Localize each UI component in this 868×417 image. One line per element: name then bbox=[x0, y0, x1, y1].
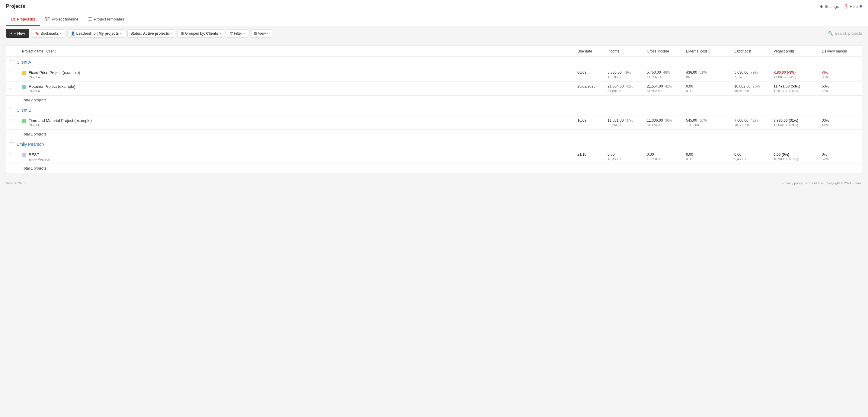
income-0-1: 21,554.00 42% 51,892.80 bbox=[608, 84, 647, 93]
workspace-selector[interactable]: 👤 Leadership | My projects ▾ bbox=[67, 29, 125, 38]
row-check-0-0 bbox=[10, 70, 22, 75]
project-name-text-2-0[interactable]: REST bbox=[29, 152, 50, 157]
notification-dot bbox=[860, 5, 862, 7]
project-name-text-0-0[interactable]: Fixed Price Project (example) bbox=[29, 70, 80, 75]
project-client-text-1-0: Client B bbox=[29, 123, 92, 127]
version-label: Version 24.5 bbox=[6, 181, 25, 185]
grouped-chevron: ▾ bbox=[219, 32, 221, 35]
search-icon: 🔍 bbox=[828, 31, 833, 36]
th-check bbox=[10, 49, 22, 54]
help-link[interactable]: ❓ Help bbox=[843, 4, 862, 9]
project-name-cell-0-0: Fixed Price Project (example) Client A bbox=[22, 70, 577, 79]
delivery-margin-1-0: 33% 41% bbox=[822, 118, 858, 127]
th-project-name: Project name | Client bbox=[22, 49, 577, 54]
table-row: Retainer Project (example) Client A 28/0… bbox=[6, 82, 862, 95]
group-checkbox-2[interactable] bbox=[10, 142, 14, 146]
row-check-2-0 bbox=[10, 152, 22, 157]
table-row: REST Emily Pearson 21/10 0.00 16,350.00 … bbox=[6, 150, 862, 164]
labor-cost-0-0: 5,630.00 79% 7,167.83 bbox=[734, 70, 774, 79]
project-color-dot-0-0 bbox=[22, 71, 26, 75]
app-header: Projects ⚙ Settings ❓ Help bbox=[0, 0, 868, 13]
income-0-0: 5,886.00 49% 12,105.66 bbox=[608, 70, 647, 79]
filter-icon: ▽ bbox=[230, 31, 233, 36]
th-labor-cost: Labor cost bbox=[734, 49, 774, 54]
view-button[interactable]: ⊟ View ▾ bbox=[250, 29, 272, 38]
due-date-1-0: 16/09 bbox=[577, 118, 608, 123]
status-chevron: ▾ bbox=[170, 32, 172, 35]
bookmarks-chevron: ▾ bbox=[60, 32, 62, 35]
labor-cost-2-0: 0.00 5,450.00 bbox=[734, 152, 774, 161]
tab-project-templates[interactable]: ☰ Project templates bbox=[83, 13, 129, 26]
delivery-margin-2-0: 0% 67% bbox=[822, 152, 858, 161]
table-header: Project name | Client Due date Income Gr… bbox=[6, 46, 862, 57]
app-title: Projects bbox=[6, 4, 25, 9]
income-1-0: 11,881.00 37% 32,264.00 bbox=[608, 118, 647, 127]
filter-button[interactable]: ▽ Filter ▾ bbox=[227, 29, 248, 38]
main-content: Project name | Client Due date Income Gr… bbox=[0, 41, 868, 178]
th-delivery-margin: Delivery margin bbox=[822, 49, 858, 54]
project-client-text-0-1: Client A bbox=[29, 89, 75, 93]
toolbar: + + New 🔖 Bookmarks ▾ 👤 Leadership | My … bbox=[0, 26, 868, 41]
row-check-1-0 bbox=[10, 118, 22, 123]
settings-link[interactable]: ⚙ Settings bbox=[820, 4, 839, 9]
table-row: Fixed Price Project (example) Client A 0… bbox=[6, 68, 862, 82]
tab-project-list[interactable]: 🗂 Project list bbox=[6, 13, 40, 26]
due-date-0-0: 08/09 bbox=[577, 70, 608, 74]
grouped-by-selector[interactable]: ⊞ Grouped by: Clients ▾ bbox=[178, 29, 224, 38]
project-templates-icon: ☰ bbox=[88, 17, 92, 22]
row-checkbox-2-0[interactable] bbox=[10, 153, 14, 157]
th-external-cost: External cost ⓘ bbox=[686, 49, 734, 54]
project-timeline-icon: 📅 bbox=[45, 17, 50, 22]
workspace-chevron: ▾ bbox=[120, 32, 122, 35]
total-row-2: Total 1 projects bbox=[6, 164, 862, 173]
project-name-text-1-0[interactable]: Time and Material Project (example) bbox=[29, 118, 92, 123]
project-color-dot-2-0 bbox=[22, 153, 26, 157]
group-header-2: Emily Pearson bbox=[6, 139, 862, 150]
group-name-1[interactable]: Client B bbox=[17, 108, 31, 113]
due-date-2-0: 21/10 bbox=[577, 152, 608, 157]
total-row-1: Total 1 projects bbox=[6, 129, 862, 139]
footer: Version 24.5 Privacy policy. Terms of Us… bbox=[0, 178, 868, 188]
project-client-text-2-0: Emily Pearson bbox=[29, 158, 50, 161]
th-project-profit: Project profit bbox=[774, 49, 822, 54]
row-checkbox-0-1[interactable] bbox=[10, 85, 14, 89]
search-area[interactable]: 🔍 Search projects bbox=[828, 31, 862, 36]
project-name-cell-0-1: Retainer Project (example) Client A bbox=[22, 84, 577, 93]
info-icon: ⓘ bbox=[708, 49, 711, 54]
view-chevron: ▾ bbox=[267, 32, 269, 35]
tab-project-timeline[interactable]: 📅 Project timeline bbox=[40, 13, 83, 26]
gross-income-0-1: 21,554.00 42% 51,892.80 bbox=[647, 84, 686, 93]
tabs-bar: 🗂 Project list 📅 Project timeline ☰ Proj… bbox=[0, 13, 868, 26]
status-filter[interactable]: Status: Active projects ▾ bbox=[127, 29, 175, 38]
project-name-cell-2-0: REST Emily Pearson bbox=[22, 152, 577, 161]
new-button[interactable]: + + New bbox=[6, 29, 29, 38]
project-color-dot-1-0 bbox=[22, 119, 26, 123]
group-icon: ⊞ bbox=[181, 31, 184, 36]
group-name-0[interactable]: Client A bbox=[17, 60, 31, 65]
project-profit-0-1: 11,471.50 (53%) 12,973.20 (25%) bbox=[774, 84, 822, 93]
group-checkbox-1[interactable] bbox=[10, 108, 14, 112]
th-due-date: Due date bbox=[577, 49, 608, 54]
person-icon: 👤 bbox=[71, 31, 75, 36]
group-checkbox-0[interactable] bbox=[10, 60, 14, 64]
th-gross-income: Gross income bbox=[647, 49, 686, 54]
project-profit-1-0: 3,736.00 (31%) 12,644.00 (39%) bbox=[774, 118, 822, 127]
group-name-2[interactable]: Emily Pearson bbox=[17, 142, 44, 147]
external-cost-2-0: 0.00 0.00 bbox=[686, 152, 734, 161]
group-header-1: Client B bbox=[6, 105, 862, 116]
th-income: Income bbox=[608, 49, 647, 54]
external-cost-1-0: 545.00 50% 1,090.00 bbox=[686, 118, 734, 127]
gross-income-1-0: 11,336.00 36% 31,174.00 bbox=[647, 118, 686, 127]
bookmark-icon: 🔖 bbox=[35, 31, 39, 36]
project-name-text-0-1[interactable]: Retainer Project (example) bbox=[29, 84, 75, 89]
gross-income-2-0: 0.00 16,350.00 bbox=[647, 152, 686, 161]
bookmarks-button[interactable]: 🔖 Bookmarks ▾ bbox=[32, 29, 65, 38]
project-profit-0-0: -180.00 (-3%) 4,088.32 (34%) bbox=[774, 70, 822, 79]
labor-cost-1-0: 7,600.00 41% 18,530.00 bbox=[734, 118, 774, 127]
row-checkbox-1-0[interactable] bbox=[10, 119, 14, 123]
project-client-text-0-0: Client A bbox=[29, 75, 80, 79]
external-cost-0-1: 0.00 0.00 bbox=[686, 84, 734, 93]
project-profit-2-0: 0.00 (0%) 10,900.00 (67%) bbox=[774, 152, 822, 161]
legal-text: Privacy policy. Terms of Use. Copyright … bbox=[782, 181, 862, 185]
row-checkbox-0-0[interactable] bbox=[10, 71, 14, 75]
